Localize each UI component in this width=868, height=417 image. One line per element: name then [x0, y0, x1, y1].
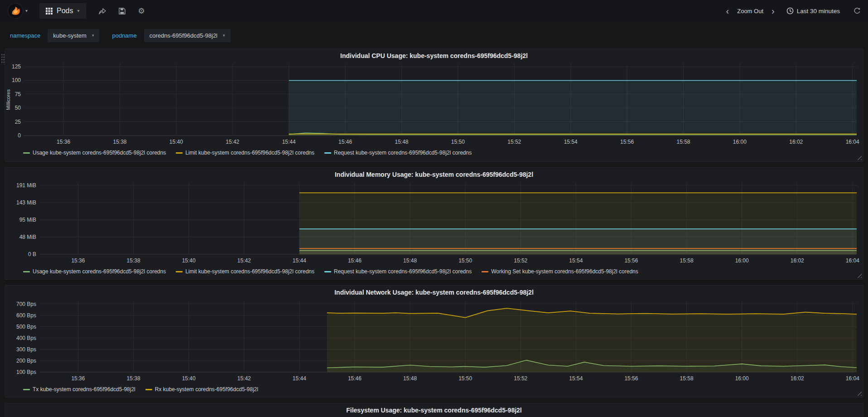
legend-swatch-icon [145, 389, 152, 390]
svg-text:15:48: 15:48 [395, 139, 408, 145]
svg-text:16:02: 16:02 [791, 257, 804, 264]
clock-icon [786, 7, 794, 15]
legend-item[interactable]: Limit kube-system coredns-695f96dcd5-98j… [176, 268, 314, 275]
svg-text:15:56: 15:56 [620, 139, 634, 145]
svg-text:191 MiB: 191 MiB [16, 182, 36, 189]
legend-item[interactable]: Request kube-system coredns-695f96dcd5-9… [324, 268, 472, 275]
settings-button[interactable]: ⚙ [138, 7, 145, 15]
time-controls: ‹ Zoom Out › Last 30 minutes [725, 6, 861, 15]
legend-item[interactable]: Working Set kube-system coredns-695f96dc… [482, 268, 638, 275]
cpu-usage-chart[interactable]: 15:3615:3815:4015:4215:4415:4615:4815:50… [5, 60, 863, 149]
dashboard-title: Pods [57, 7, 73, 15]
save-icon [119, 8, 125, 15]
svg-text:143 MiB: 143 MiB [16, 199, 36, 206]
svg-text:100: 100 [12, 77, 21, 83]
legend-label: Tx kube-system coredns-695f96dcd5-98j2l [33, 386, 135, 393]
memory-legend: Usage kube-system coredns-695f96dcd5-98j… [5, 268, 863, 275]
svg-text:16:04: 16:04 [846, 375, 859, 382]
svg-text:15:54: 15:54 [569, 257, 583, 264]
time-shift-back-button[interactable]: ‹ [725, 6, 730, 15]
svg-text:15:42: 15:42 [237, 257, 251, 264]
legend-label: Request kube-system coredns-695f96dcd5-9… [334, 150, 472, 156]
cpu-legend: Usage kube-system coredns-695f96dcd5-98j… [5, 149, 863, 156]
svg-text:500 Bps: 500 Bps [16, 324, 36, 330]
svg-text:100 Bps: 100 Bps [16, 369, 36, 375]
refresh-icon [854, 7, 861, 15]
time-shift-forward-button[interactable]: › [771, 6, 776, 15]
svg-text:15:36: 15:36 [71, 375, 85, 382]
chevron-down-icon: ▾ [223, 34, 225, 38]
legend-label: Limit kube-system coredns-695f96dcd5-98j… [185, 268, 314, 275]
gear-icon: ⚙ [138, 7, 145, 15]
legend-item[interactable]: Rx kube-system coredns-695f96dcd5-98j2l [145, 386, 258, 393]
svg-text:125: 125 [12, 63, 21, 70]
svg-text:16:04: 16:04 [846, 139, 859, 145]
svg-text:15:58: 15:58 [680, 257, 694, 264]
svg-text:15:56: 15:56 [624, 257, 638, 264]
legend-swatch-icon [324, 152, 331, 154]
refresh-button[interactable] [854, 7, 861, 15]
grafana-logo-icon [7, 3, 24, 19]
network-legend: Tx kube-system coredns-695f96dcd5-98j2lR… [5, 386, 863, 393]
svg-text:0 B: 0 B [28, 251, 36, 257]
legend-item[interactable]: Usage kube-system coredns-695f96dcd5-98j… [23, 150, 166, 156]
legend-item[interactable]: Usage kube-system coredns-695f96dcd5-98j… [23, 268, 166, 275]
legend-label: Request kube-system coredns-695f96dcd5-9… [334, 268, 472, 275]
legend-swatch-icon [482, 271, 488, 272]
panel-title[interactable]: Filesystem Usage: kube-system coredns-69… [5, 403, 863, 415]
variable-value-podname-text: coredns-695f96dcd5-98j2l [149, 32, 217, 39]
svg-text:16:00: 16:00 [733, 139, 747, 145]
legend-item[interactable]: Tx kube-system coredns-695f96dcd5-98j2l [23, 386, 135, 393]
svg-text:48 MiB: 48 MiB [19, 234, 36, 240]
svg-text:15:52: 15:52 [514, 375, 527, 382]
time-range-label: Last 30 minutes [797, 8, 840, 15]
svg-text:15:40: 15:40 [182, 375, 196, 382]
svg-text:15:56: 15:56 [624, 375, 638, 382]
panel-title[interactable]: Individual Memory Usage: kube-system cor… [5, 168, 863, 179]
svg-text:15:50: 15:50 [451, 139, 465, 145]
legend-swatch-icon [176, 152, 183, 154]
variable-value-namespace[interactable]: kube-system ▾ [48, 29, 99, 42]
zoom-out-button[interactable]: Zoom Out [737, 8, 763, 15]
save-button[interactable] [119, 8, 125, 15]
variable-value-podname[interactable]: coredns-695f96dcd5-98j2l ▾ [144, 29, 231, 42]
legend-swatch-icon [23, 152, 30, 154]
svg-text:50: 50 [15, 105, 21, 111]
legend-swatch-icon [23, 389, 30, 390]
dashboard-picker[interactable]: Pods ▾ [39, 3, 86, 19]
svg-text:15:58: 15:58 [680, 375, 694, 382]
svg-text:16:02: 16:02 [791, 375, 804, 382]
svg-text:200 Bps: 200 Bps [16, 358, 36, 364]
svg-text:15:54: 15:54 [564, 139, 578, 145]
template-variables-row: namespace kube-system ▾ podname coredns-… [0, 22, 868, 48]
share-button[interactable] [99, 8, 106, 15]
dashboard-grid-icon [46, 8, 53, 15]
svg-text:15:42: 15:42 [237, 375, 251, 382]
svg-text:15:44: 15:44 [282, 139, 296, 145]
variable-value-namespace-text: kube-system [53, 32, 87, 39]
time-range-picker[interactable]: Last 30 minutes [786, 7, 840, 15]
network-usage-chart[interactable]: 15:3615:3815:4015:4215:4415:4615:4815:50… [5, 297, 863, 386]
legend-label: Limit kube-system coredns-695f96dcd5-98j… [185, 150, 314, 156]
svg-text:0: 0 [18, 132, 21, 139]
svg-text:700 Bps: 700 Bps [16, 301, 36, 307]
svg-text:15:42: 15:42 [226, 139, 239, 145]
dashboard-panels: Individual CPU Usage: kube-system coredn… [0, 48, 868, 417]
svg-text:15:46: 15:46 [338, 139, 352, 145]
memory-usage-chart[interactable]: 15:3615:3815:4015:4215:4415:4615:4815:50… [5, 179, 863, 268]
svg-text:15:46: 15:46 [348, 375, 362, 382]
grafana-logo[interactable]: ▾ [7, 3, 28, 19]
svg-text:15:44: 15:44 [293, 375, 306, 382]
legend-item[interactable]: Request kube-system coredns-695f96dcd5-9… [324, 150, 472, 156]
svg-text:15:58: 15:58 [676, 139, 690, 145]
legend-label: Usage kube-system coredns-695f96dcd5-98j… [33, 268, 166, 275]
svg-text:400 Bps: 400 Bps [16, 335, 36, 341]
legend-swatch-icon [324, 271, 331, 272]
svg-text:15:40: 15:40 [182, 257, 196, 264]
legend-item[interactable]: Limit kube-system coredns-695f96dcd5-98j… [176, 150, 314, 156]
panel-title[interactable]: Individual CPU Usage: kube-system coredn… [5, 49, 863, 60]
svg-text:600 Bps: 600 Bps [16, 312, 36, 319]
svg-text:15:36: 15:36 [71, 257, 85, 264]
panel-title[interactable]: Individual Network Usage: kube-system co… [5, 286, 863, 297]
svg-text:16:02: 16:02 [789, 139, 803, 145]
